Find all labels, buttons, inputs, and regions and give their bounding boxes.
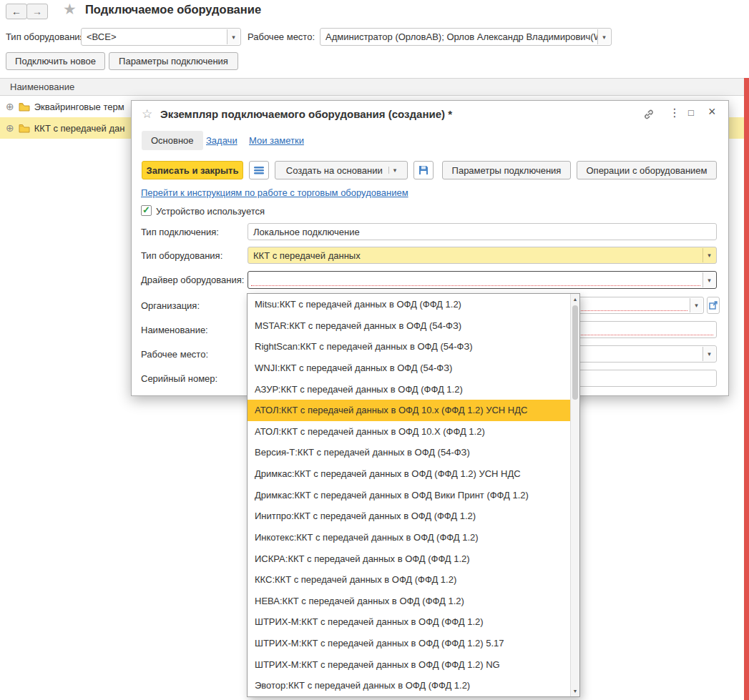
dropdown-item[interactable]: WNJI:ККТ с передачей данных в ОФД (54-ФЗ…	[248, 358, 570, 379]
tab-notes[interactable]: Мои заметки	[249, 135, 304, 146]
close-icon[interactable]: ×	[708, 104, 716, 119]
tab-tasks[interactable]: Задачи	[206, 135, 238, 146]
equipment-operations-button[interactable]: Операции с оборудованием	[577, 161, 717, 179]
create-based-button[interactable]: Создать на основании ▾	[275, 161, 408, 179]
chevron-down-icon[interactable]: ▾	[703, 248, 715, 262]
forward-button[interactable]: →	[26, 4, 48, 19]
workplace-filter[interactable]: Администратор (ОрловАВ); Орлов Александр…	[320, 28, 612, 46]
dropdown-item[interactable]: АТОЛ:ККТ с передачей данных в ОФД 10.x (…	[248, 400, 570, 421]
tab-main[interactable]: Основное	[142, 131, 203, 150]
row-label: ККТ с передачей дан	[34, 123, 125, 134]
name-label: Наименование:	[141, 325, 208, 335]
dialog-connection-params-button[interactable]: Параметры подключения	[442, 161, 571, 179]
serial-label: Серийный номер:	[141, 373, 217, 384]
required-marker	[251, 285, 700, 286]
dropdown-item[interactable]: АТОЛ:ККТ с передачей данных в ОФД 10.X (…	[248, 421, 570, 443]
back-icon: ←	[11, 6, 21, 17]
copy-link-icon[interactable]	[642, 108, 655, 121]
expand-icon[interactable]: ⊕	[6, 122, 14, 134]
expand-icon[interactable]: ⊕	[6, 101, 14, 112]
favorites-star-icon[interactable]: ★	[63, 1, 77, 18]
organization-open-button[interactable]	[707, 297, 720, 314]
dropdown-item[interactable]: Дримкас:ККТ с передачей данных в ОФД (ФФ…	[248, 463, 570, 485]
equipment-type-label: Тип оборудования:	[141, 250, 222, 261]
save-close-button[interactable]: Записать и закрыть	[142, 161, 243, 179]
driver-field[interactable]: ▾	[248, 271, 717, 289]
save-button[interactable]	[413, 161, 434, 179]
connection-type-field[interactable]: Локальное подключение	[248, 223, 717, 240]
dropdown-item[interactable]: Инкотекс:ККТ с передачей данных в ОФД (Ф…	[248, 527, 570, 548]
check-icon: ✓	[142, 205, 150, 215]
back-button[interactable]: ←	[6, 4, 27, 19]
folder-icon	[19, 124, 30, 133]
organization-label: Организация:	[141, 300, 200, 311]
dropdown-item[interactable]: АЗУР:ККТ с передачей данных в ОФД (ФФД 1…	[248, 379, 570, 400]
dropdown-item[interactable]: Эвотор:ККТ с передачей данных в ОФД (ФФД…	[248, 675, 570, 696]
dropdown-item[interactable]: ККС:ККТ с передачей данных в ОФД (ФФД 1.…	[248, 569, 570, 591]
chevron-down-icon[interactable]: ▾	[690, 298, 703, 312]
dropdown-item[interactable]: Дримкас:ККТ с передачей данных в ОФД Вик…	[248, 485, 570, 506]
open-in-new-icon	[709, 301, 718, 310]
forward-icon: →	[32, 6, 42, 17]
dropdown-scrollbar[interactable]: ▲ ▼	[570, 294, 579, 696]
equipment-type-field[interactable]: ККТ с передачей данных ▾	[248, 247, 717, 264]
scroll-down-icon[interactable]: ▼	[571, 686, 579, 696]
favorite-star-icon[interactable]: ☆	[142, 107, 152, 122]
connection-type-label: Тип подключения:	[141, 227, 219, 237]
chevron-down-icon[interactable]: ▾	[597, 29, 610, 44]
right-scrollbar[interactable]	[744, 78, 749, 700]
table-header[interactable]: Наименование	[0, 78, 744, 96]
equipment-type-filter-label: Тип оборудования:	[6, 31, 87, 42]
floppy-icon	[418, 165, 429, 175]
show-in-list-button[interactable]	[249, 161, 269, 179]
device-used-label: Устройство используется	[156, 206, 265, 217]
dropdown-item[interactable]: ШТРИХ-М:ККТ с передачей данных в ОФД (ФФ…	[248, 611, 570, 633]
dropdown-item[interactable]: ИСКРА:ККТ с передачей данных в ОФД (ФФД …	[248, 548, 570, 570]
list-icon	[254, 165, 264, 175]
workplace-filter-label: Рабочее место:	[248, 31, 315, 42]
dropdown-item[interactable]: НЕВА:ККТ с передачей данных в ОФД (ФФД 1…	[248, 591, 570, 612]
dropdown-item[interactable]: RightScan:ККТ с передачей данных в ОФД (…	[248, 336, 570, 358]
dropdown-item[interactable]: Инитпро:ККТ с передачей данных в ОФД (ФФ…	[248, 506, 570, 527]
chevron-down-icon[interactable]: ▾	[388, 167, 397, 174]
dropdown-item[interactable]: MSTAR:ККТ с передачей данных в ОФД (54-Ф…	[248, 315, 570, 337]
equipment-type-filter-value: <ВСЕ>	[87, 31, 116, 42]
maximize-icon[interactable]: □	[688, 107, 694, 118]
scroll-up-icon[interactable]: ▲	[571, 294, 579, 305]
app-window: ← → ★ Подключаемое оборудование Тип обор…	[0, 0, 749, 700]
connection-params-button[interactable]: Параметры подключения	[109, 52, 238, 70]
device-used-checkbox[interactable]: ✓	[141, 205, 152, 216]
dialog-title: Экземпляр подключаемого оборудования (со…	[160, 108, 452, 120]
chevron-down-icon[interactable]: ▾	[703, 347, 715, 361]
driver-label: Драйвер оборудования:	[141, 275, 244, 285]
dropdown-items: Mitsu:ККТ с передачей данных в ОФД (ФФД …	[248, 294, 570, 696]
instructions-link[interactable]: Перейти к инструкциям по работе с торгов…	[141, 187, 408, 198]
chevron-down-icon[interactable]: ▾	[703, 272, 715, 287]
page-title: Подключаемое оборудование	[85, 3, 261, 16]
scrollbar-thumb[interactable]	[572, 305, 578, 400]
driver-dropdown-list: Mitsu:ККТ с передачей данных в ОФД (ФФД …	[247, 293, 580, 697]
equipment-type-filter[interactable]: <ВСЕ> ▾	[81, 28, 241, 46]
dropdown-item[interactable]: Mitsu:ККТ с передачей данных в ОФД (ФФД …	[248, 294, 570, 315]
workplace-filter-value: Администратор (ОрловАВ); Орлов Александр…	[325, 31, 602, 42]
dropdown-item[interactable]: ШТРИХ-М:ККТ с передачей данных в ОФД (ФФ…	[248, 654, 570, 676]
chevron-down-icon[interactable]: ▾	[227, 29, 240, 44]
connect-new-button[interactable]: Подключить новое	[6, 52, 105, 70]
folder-icon	[19, 102, 30, 112]
dropdown-item[interactable]: Версия-Т:ККТ с передачей данных в ОФД (5…	[248, 442, 570, 463]
dropdown-item[interactable]: ШТРИХ-М:ККТ с передачей данных в ОФД (ФФ…	[248, 633, 570, 654]
more-menu-icon[interactable]: ⋮	[669, 106, 680, 119]
workplace-label: Рабочее место:	[141, 349, 208, 360]
row-label: Эквайринговые терм	[34, 102, 124, 112]
